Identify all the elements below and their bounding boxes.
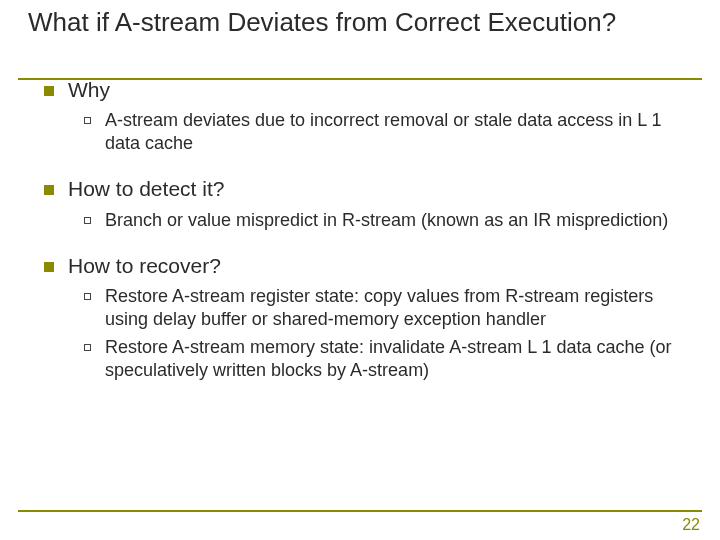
list-item: Restore A-stream register state: copy va… (84, 285, 692, 330)
list-item: Restore A-stream memory state: invalidat… (84, 336, 692, 381)
divider-bottom (18, 510, 702, 512)
list-item: Branch or value mispredict in R-stream (… (84, 209, 692, 232)
hollow-square-bullet-icon (84, 217, 91, 224)
square-bullet-icon (44, 262, 54, 272)
square-bullet-icon (44, 86, 54, 96)
bullet-text: Restore A-stream register state: copy va… (105, 285, 692, 330)
bullet-text: Restore A-stream memory state: invalidat… (105, 336, 692, 381)
section-heading: Why (68, 77, 110, 103)
hollow-square-bullet-icon (84, 344, 91, 351)
bullet-text: A-stream deviates due to incorrect remov… (105, 109, 692, 154)
slide-content: Why A-stream deviates due to incorrect r… (44, 77, 692, 381)
square-bullet-icon (44, 185, 54, 195)
hollow-square-bullet-icon (84, 117, 91, 124)
hollow-square-bullet-icon (84, 293, 91, 300)
list-item: How to detect it? (44, 176, 692, 202)
slide: What if A-stream Deviates from Correct E… (0, 0, 720, 540)
slide-title: What if A-stream Deviates from Correct E… (28, 8, 692, 38)
section-heading: How to detect it? (68, 176, 224, 202)
section-heading: How to recover? (68, 253, 221, 279)
bullet-text: Branch or value mispredict in R-stream (… (105, 209, 668, 232)
list-item: How to recover? (44, 253, 692, 279)
list-item: A-stream deviates due to incorrect remov… (84, 109, 692, 154)
page-number: 22 (682, 516, 700, 534)
list-item: Why (44, 77, 692, 103)
